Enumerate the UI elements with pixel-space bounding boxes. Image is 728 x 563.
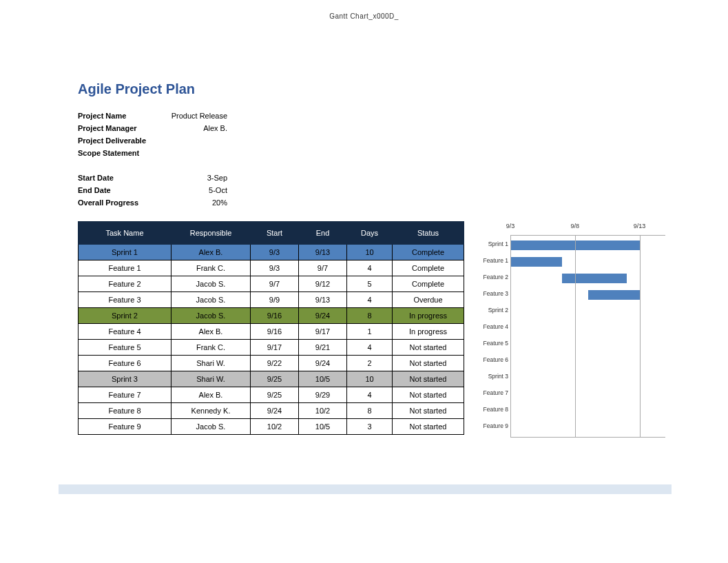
gantt-gridline [575,235,576,438]
table-row: Feature 4Alex B.9/169/171In progress [79,324,464,340]
cell-status: Overdue [393,292,464,308]
cell-days: 4 [347,387,393,403]
cell-days: 10 [347,371,393,387]
cell-name: Feature 1 [79,260,171,276]
meta-label: End Date [78,184,164,196]
gantt-row: Feature 4 [479,320,665,337]
cell-name: Feature 4 [79,324,171,340]
cell-name: Feature 7 [79,387,171,403]
cell-start: 9/3 [251,260,299,276]
cell-days: 5 [347,276,393,292]
gantt-row-label: Feature 8 [479,406,508,413]
gantt-row: Sprint 1 [479,238,665,254]
cell-name: Feature 6 [79,356,171,371]
gantt-row-label: Feature 2 [479,274,508,280]
cell-days: 10 [347,245,393,260]
gantt-row: Feature 7 [479,387,665,403]
gantt-bar [588,290,640,300]
meta-label: Project Name [78,110,164,122]
gantt-row-label: Feature 5 [479,340,508,347]
cell-responsible: Jacob S. [171,308,251,324]
cell-days: 8 [347,403,393,419]
gantt-row-label: Feature 9 [479,422,508,429]
cell-responsible: Alex B. [171,324,251,340]
body-row: Task NameResponsibleStartEndDaysStatus S… [78,221,677,442]
content-area: Agile Project Plan Project NameProduct R… [78,81,677,442]
cell-start: 9/25 [251,387,299,403]
table-row: Feature 6Shari W.9/229/242Not started [79,356,464,371]
gantt-row: Feature 8 [479,403,665,420]
gantt-row: Feature 5 [479,337,665,354]
column-header: Task Name [79,222,171,245]
meta-value: 20% [164,196,227,209]
meta-value [164,134,227,147]
gantt-chart: Sprint 1Feature 1Feature 2Feature 3Sprin… [479,221,665,442]
table-row: Feature 7Alex B.9/259/294Not started [79,387,464,403]
table-row: Feature 2Jacob S.9/79/125Complete [79,276,464,292]
cell-name: Sprint 2 [79,308,171,324]
cell-start: 9/25 [251,371,299,387]
project-meta-2: Start Date3-SepEnd Date5-OctOverall Prog… [78,172,677,209]
gantt-row-label: Sprint 1 [479,240,508,247]
cell-responsible: Frank C. [171,260,251,276]
column-header: End [299,222,347,245]
cell-name: Feature 9 [79,419,171,435]
cell-responsible: Jacob S. [171,276,251,292]
table-row: Feature 5Frank C.9/179/214Not started [79,340,464,356]
meta-label: Overall Progress [78,196,164,209]
table-row: Feature 3Jacob S.9/99/134Overdue [79,292,464,308]
cell-status: Complete [393,276,464,292]
gantt-row-label: Feature 6 [479,356,508,363]
page-title: Agile Project Plan [78,81,677,97]
task-table-head: Task NameResponsibleStartEndDaysStatus [79,222,464,245]
gantt-bar [510,257,562,267]
cell-responsible: Shari W. [171,371,251,387]
cell-days: 4 [347,260,393,276]
column-header: Responsible [171,222,251,245]
gantt-y-axis [510,235,511,438]
meta-row: Start Date3-Sep [78,172,677,184]
cell-start: 9/7 [251,276,299,292]
gantt-rows: Sprint 1Feature 1Feature 2Feature 3Sprin… [479,238,665,436]
meta-value: Alex B. [164,122,227,134]
cell-name: Feature 3 [79,292,171,308]
page: Gantt Chart_x000D_ Agile Project Plan Pr… [0,0,728,563]
gantt-row: Feature 9 [479,420,665,436]
meta-label: Project Deliverable [78,134,164,147]
cell-status: Not started [393,419,464,435]
gantt-row: Sprint 2 [479,304,665,320]
cell-start: 9/9 [251,292,299,308]
cell-status: In progress [393,308,464,324]
cell-end: 9/29 [299,387,347,403]
meta-row: End Date5-Oct [78,184,677,196]
gantt-top-border [510,235,665,236]
cell-days: 4 [347,340,393,356]
gantt-bar [562,274,627,283]
meta-label: Start Date [78,172,164,184]
table-row: Sprint 1Alex B.9/39/1310Complete [79,245,464,260]
gantt-gridline [640,235,641,438]
cell-status: Not started [393,371,464,387]
meta-row: Project ManagerAlex B. [78,122,677,134]
table-row: Feature 8Kennedy K.9/2410/28Not started [79,403,464,419]
meta-row: Project NameProduct Release [78,110,677,122]
cell-end: 10/5 [299,419,347,435]
cell-start: 9/17 [251,340,299,356]
footer-band [59,484,672,494]
gantt-row-label: Feature 3 [479,290,508,297]
cell-responsible: Alex B. [171,245,251,260]
gantt-tick-label: 9/8 [570,223,579,229]
cell-days: 1 [347,324,393,340]
cell-status: Not started [393,356,464,371]
table-row: Sprint 3Shari W.9/2510/510Not started [79,371,464,387]
cell-status: Not started [393,387,464,403]
table-row: Feature 1Frank C.9/39/74Complete [79,260,464,276]
cell-status: In progress [393,324,464,340]
gantt-row-label: Feature 1 [479,257,508,264]
cell-start: 9/22 [251,356,299,371]
gantt-row: Feature 6 [479,354,665,370]
cell-start: 10/2 [251,419,299,435]
gantt-bottom-border [510,437,665,438]
gantt-row: Feature 2 [479,271,665,287]
meta-value: 5-Oct [164,184,227,196]
